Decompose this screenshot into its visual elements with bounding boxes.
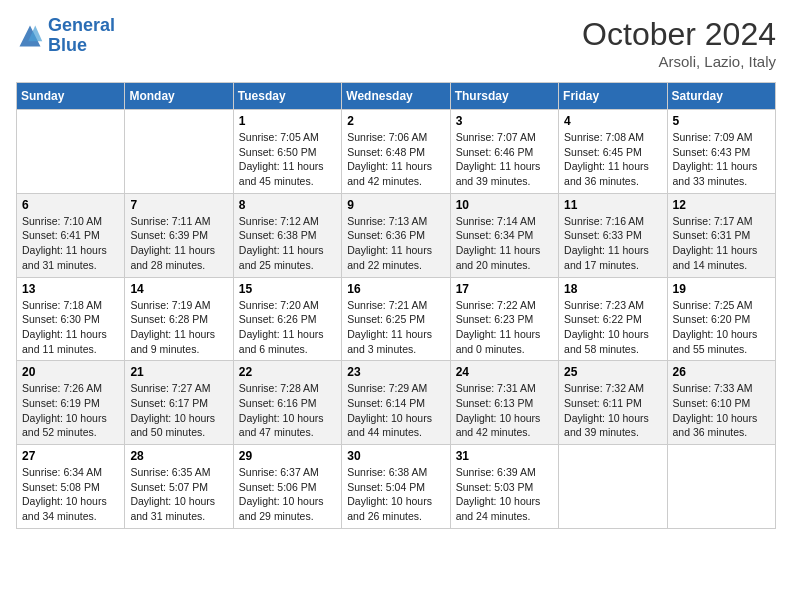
calendar-cell: 22Sunrise: 7:28 AMSunset: 6:16 PMDayligh… <box>233 361 341 445</box>
calendar-cell: 19Sunrise: 7:25 AMSunset: 6:20 PMDayligh… <box>667 277 775 361</box>
day-number: 17 <box>456 282 553 296</box>
day-number: 7 <box>130 198 227 212</box>
header-wednesday: Wednesday <box>342 83 450 110</box>
header-thursday: Thursday <box>450 83 558 110</box>
day-number: 3 <box>456 114 553 128</box>
calendar-header-row: SundayMondayTuesdayWednesdayThursdayFrid… <box>17 83 776 110</box>
calendar-cell: 4Sunrise: 7:08 AMSunset: 6:45 PMDaylight… <box>559 110 667 194</box>
day-number: 8 <box>239 198 336 212</box>
calendar-week-row: 1Sunrise: 7:05 AMSunset: 6:50 PMDaylight… <box>17 110 776 194</box>
day-number: 21 <box>130 365 227 379</box>
day-number: 22 <box>239 365 336 379</box>
calendar-cell: 29Sunrise: 6:37 AMSunset: 5:06 PMDayligh… <box>233 445 341 529</box>
day-info: Sunrise: 7:08 AMSunset: 6:45 PMDaylight:… <box>564 130 661 189</box>
calendar-cell: 17Sunrise: 7:22 AMSunset: 6:23 PMDayligh… <box>450 277 558 361</box>
day-number: 27 <box>22 449 119 463</box>
header-sunday: Sunday <box>17 83 125 110</box>
calendar-cell: 13Sunrise: 7:18 AMSunset: 6:30 PMDayligh… <box>17 277 125 361</box>
day-number: 10 <box>456 198 553 212</box>
calendar-cell: 9Sunrise: 7:13 AMSunset: 6:36 PMDaylight… <box>342 193 450 277</box>
logo-text: General Blue <box>48 16 115 56</box>
calendar-cell: 2Sunrise: 7:06 AMSunset: 6:48 PMDaylight… <box>342 110 450 194</box>
month-title: October 2024 <box>582 16 776 53</box>
calendar-cell: 28Sunrise: 6:35 AMSunset: 5:07 PMDayligh… <box>125 445 233 529</box>
day-info: Sunrise: 6:34 AMSunset: 5:08 PMDaylight:… <box>22 465 119 524</box>
day-info: Sunrise: 7:20 AMSunset: 6:26 PMDaylight:… <box>239 298 336 357</box>
day-info: Sunrise: 7:16 AMSunset: 6:33 PMDaylight:… <box>564 214 661 273</box>
page-header: General Blue October 2024 Arsoli, Lazio,… <box>16 16 776 70</box>
day-number: 25 <box>564 365 661 379</box>
calendar-cell: 5Sunrise: 7:09 AMSunset: 6:43 PMDaylight… <box>667 110 775 194</box>
day-number: 5 <box>673 114 770 128</box>
calendar-cell <box>125 110 233 194</box>
calendar-cell: 20Sunrise: 7:26 AMSunset: 6:19 PMDayligh… <box>17 361 125 445</box>
day-number: 30 <box>347 449 444 463</box>
calendar-cell: 23Sunrise: 7:29 AMSunset: 6:14 PMDayligh… <box>342 361 450 445</box>
day-info: Sunrise: 7:32 AMSunset: 6:11 PMDaylight:… <box>564 381 661 440</box>
day-number: 12 <box>673 198 770 212</box>
day-info: Sunrise: 7:19 AMSunset: 6:28 PMDaylight:… <box>130 298 227 357</box>
day-number: 18 <box>564 282 661 296</box>
calendar-cell <box>17 110 125 194</box>
header-saturday: Saturday <box>667 83 775 110</box>
day-number: 13 <box>22 282 119 296</box>
day-info: Sunrise: 7:06 AMSunset: 6:48 PMDaylight:… <box>347 130 444 189</box>
header-monday: Monday <box>125 83 233 110</box>
day-number: 6 <box>22 198 119 212</box>
day-number: 9 <box>347 198 444 212</box>
day-info: Sunrise: 7:12 AMSunset: 6:38 PMDaylight:… <box>239 214 336 273</box>
day-info: Sunrise: 7:31 AMSunset: 6:13 PMDaylight:… <box>456 381 553 440</box>
calendar-cell: 12Sunrise: 7:17 AMSunset: 6:31 PMDayligh… <box>667 193 775 277</box>
calendar-cell: 16Sunrise: 7:21 AMSunset: 6:25 PMDayligh… <box>342 277 450 361</box>
day-number: 16 <box>347 282 444 296</box>
day-info: Sunrise: 7:05 AMSunset: 6:50 PMDaylight:… <box>239 130 336 189</box>
calendar-week-row: 27Sunrise: 6:34 AMSunset: 5:08 PMDayligh… <box>17 445 776 529</box>
day-info: Sunrise: 7:23 AMSunset: 6:22 PMDaylight:… <box>564 298 661 357</box>
calendar-table: SundayMondayTuesdayWednesdayThursdayFrid… <box>16 82 776 529</box>
calendar-cell <box>667 445 775 529</box>
calendar-cell: 3Sunrise: 7:07 AMSunset: 6:46 PMDaylight… <box>450 110 558 194</box>
day-info: Sunrise: 7:27 AMSunset: 6:17 PMDaylight:… <box>130 381 227 440</box>
day-number: 11 <box>564 198 661 212</box>
calendar-cell: 25Sunrise: 7:32 AMSunset: 6:11 PMDayligh… <box>559 361 667 445</box>
calendar-week-row: 13Sunrise: 7:18 AMSunset: 6:30 PMDayligh… <box>17 277 776 361</box>
day-number: 28 <box>130 449 227 463</box>
day-info: Sunrise: 7:29 AMSunset: 6:14 PMDaylight:… <box>347 381 444 440</box>
day-info: Sunrise: 6:35 AMSunset: 5:07 PMDaylight:… <box>130 465 227 524</box>
day-info: Sunrise: 7:22 AMSunset: 6:23 PMDaylight:… <box>456 298 553 357</box>
day-info: Sunrise: 6:39 AMSunset: 5:03 PMDaylight:… <box>456 465 553 524</box>
calendar-cell: 10Sunrise: 7:14 AMSunset: 6:34 PMDayligh… <box>450 193 558 277</box>
calendar-cell: 8Sunrise: 7:12 AMSunset: 6:38 PMDaylight… <box>233 193 341 277</box>
day-info: Sunrise: 7:10 AMSunset: 6:41 PMDaylight:… <box>22 214 119 273</box>
calendar-cell: 26Sunrise: 7:33 AMSunset: 6:10 PMDayligh… <box>667 361 775 445</box>
day-number: 1 <box>239 114 336 128</box>
calendar-cell <box>559 445 667 529</box>
day-info: Sunrise: 7:28 AMSunset: 6:16 PMDaylight:… <box>239 381 336 440</box>
day-info: Sunrise: 7:14 AMSunset: 6:34 PMDaylight:… <box>456 214 553 273</box>
day-info: Sunrise: 7:25 AMSunset: 6:20 PMDaylight:… <box>673 298 770 357</box>
day-number: 4 <box>564 114 661 128</box>
day-number: 15 <box>239 282 336 296</box>
day-number: 14 <box>130 282 227 296</box>
day-info: Sunrise: 7:09 AMSunset: 6:43 PMDaylight:… <box>673 130 770 189</box>
day-info: Sunrise: 7:13 AMSunset: 6:36 PMDaylight:… <box>347 214 444 273</box>
logo-line1: General <box>48 15 115 35</box>
day-info: Sunrise: 6:37 AMSunset: 5:06 PMDaylight:… <box>239 465 336 524</box>
header-friday: Friday <box>559 83 667 110</box>
calendar-cell: 21Sunrise: 7:27 AMSunset: 6:17 PMDayligh… <box>125 361 233 445</box>
day-number: 20 <box>22 365 119 379</box>
calendar-cell: 11Sunrise: 7:16 AMSunset: 6:33 PMDayligh… <box>559 193 667 277</box>
logo: General Blue <box>16 16 115 56</box>
day-info: Sunrise: 7:17 AMSunset: 6:31 PMDaylight:… <box>673 214 770 273</box>
calendar-cell: 27Sunrise: 6:34 AMSunset: 5:08 PMDayligh… <box>17 445 125 529</box>
day-number: 26 <box>673 365 770 379</box>
day-number: 29 <box>239 449 336 463</box>
day-number: 24 <box>456 365 553 379</box>
calendar-cell: 31Sunrise: 6:39 AMSunset: 5:03 PMDayligh… <box>450 445 558 529</box>
day-info: Sunrise: 7:33 AMSunset: 6:10 PMDaylight:… <box>673 381 770 440</box>
day-number: 2 <box>347 114 444 128</box>
location: Arsoli, Lazio, Italy <box>582 53 776 70</box>
calendar-cell: 30Sunrise: 6:38 AMSunset: 5:04 PMDayligh… <box>342 445 450 529</box>
title-block: October 2024 Arsoli, Lazio, Italy <box>582 16 776 70</box>
calendar-cell: 1Sunrise: 7:05 AMSunset: 6:50 PMDaylight… <box>233 110 341 194</box>
